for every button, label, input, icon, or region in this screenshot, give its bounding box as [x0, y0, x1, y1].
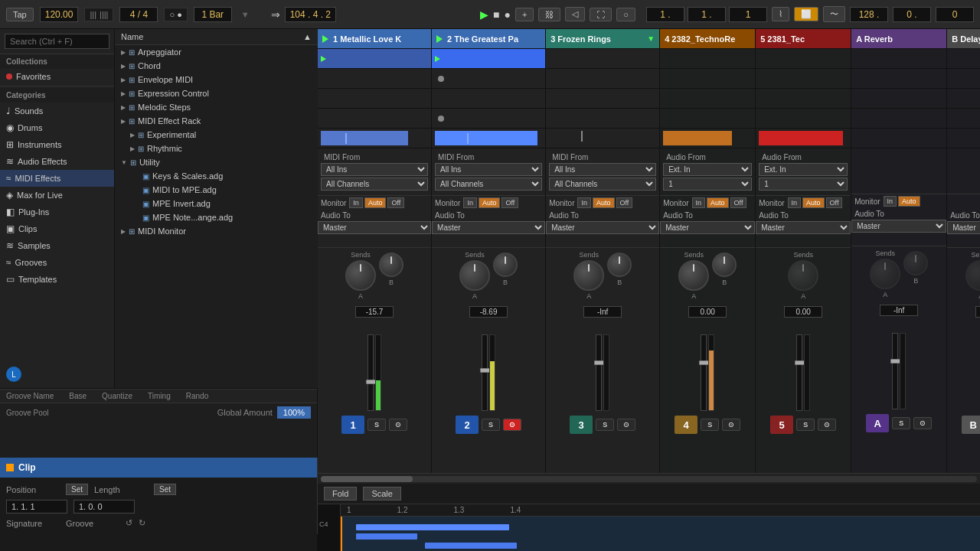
track-5-vol-display[interactable]: 0.00 [784, 306, 822, 318]
midi-to-mpe-item[interactable]: ▣ MIDI to MPE.adg [115, 183, 318, 197]
track-3-fader[interactable] [596, 334, 602, 411]
return-a-clip-2[interactable] [851, 89, 946, 109]
return-a-auto-btn[interactable]: Auto [898, 196, 920, 207]
track-1-channels-select[interactable]: All Channels [321, 178, 428, 191]
return-a-name[interactable]: A Reverb [851, 29, 946, 49]
track-2-clip-bar[interactable] [432, 129, 545, 148]
fold-button[interactable]: Fold [324, 487, 357, 500]
track-1-fader[interactable] [368, 334, 374, 411]
return-a-send-b-knob[interactable] [903, 251, 928, 276]
track-5-name[interactable]: 5 2381_Tec [756, 29, 851, 49]
track-5-audio-from-select[interactable]: Ext. In [759, 163, 848, 176]
track-2-send-a-knob[interactable] [459, 260, 490, 291]
return-a-fader[interactable] [892, 333, 898, 409]
track-4-name[interactable]: 4 2382_TechnoRe [660, 29, 755, 49]
track-3-clip-0[interactable] [546, 49, 659, 69]
tap-button[interactable]: Tap [6, 8, 34, 21]
global-amount-value[interactable]: 100% [277, 406, 311, 419]
record-button[interactable]: ● [504, 8, 510, 21]
track-3-number-btn[interactable]: 3 [570, 416, 593, 434]
track-5-clip-0[interactable] [756, 49, 851, 69]
scroll-thumb[interactable] [321, 476, 413, 482]
sounds-item[interactable]: ♩ Sounds [0, 103, 114, 119]
track-1-vol-display[interactable]: -15.7 [355, 306, 394, 318]
experimental-item[interactable]: ▶ ⊞ Experimental [115, 128, 318, 142]
return-a-vol-display[interactable]: -Inf [880, 305, 918, 316]
track-1-clip-0[interactable] [318, 49, 431, 69]
wave-button[interactable]: 〜 [823, 6, 845, 22]
track-4-vol-display[interactable]: 0.00 [688, 306, 727, 318]
samples-item[interactable]: ≋ Samples [0, 237, 114, 254]
metro-button[interactable]: ○ [616, 8, 635, 21]
plugins-item[interactable]: ◧ Plug-Ins [0, 204, 114, 220]
track-5-channel-select[interactable]: 1 [759, 178, 848, 191]
return-b-clip-2[interactable] [947, 89, 980, 109]
return-b-audio-to-select[interactable]: Master [947, 221, 980, 234]
track-5-audio-to-select[interactable]: Master [756, 221, 851, 234]
expression-control-item[interactable]: ▶ ⊞ Expression Control [115, 86, 318, 100]
track-2-clip-3[interactable] [432, 109, 545, 129]
audio-effects-item[interactable]: ≋ Audio Effects [0, 153, 114, 170]
track-1-in-btn[interactable]: In [349, 197, 363, 208]
track-1-clip-3[interactable] [318, 109, 431, 129]
envelope-midi-item[interactable]: ▶ ⊞ Envelope MIDI [115, 73, 318, 86]
note-area[interactable] [341, 517, 980, 551]
track-5-in-btn[interactable]: In [788, 197, 802, 208]
max-for-live-item[interactable]: ◈ Max for Live [0, 187, 114, 204]
track-4-fader[interactable] [701, 334, 707, 411]
track-5-clip-1[interactable] [756, 69, 851, 89]
link-button[interactable]: ⛓ [538, 8, 560, 21]
track-3-in-btn[interactable]: In [577, 197, 591, 208]
track-3-arm-btn[interactable]: ⊙ [617, 419, 635, 431]
track-2-auto-btn[interactable]: Auto [479, 197, 501, 208]
track-1-name[interactable]: 1 Metallic Love K [318, 29, 431, 49]
track-3-auto-btn[interactable]: Auto [593, 197, 615, 208]
track-3-send-b-knob[interactable] [607, 253, 632, 277]
return-b-send-a-knob[interactable] [965, 260, 980, 291]
track-5-solo-btn[interactable]: S [796, 419, 815, 431]
track-1-midi-from-select[interactable]: All Ins [321, 163, 428, 176]
track-4-clip-1[interactable] [660, 69, 755, 89]
track-5-arm-btn[interactable]: ⊙ [818, 419, 836, 431]
note-block-2[interactable] [356, 533, 417, 540]
search-input[interactable] [5, 34, 109, 49]
track-5-number-btn[interactable]: 5 [770, 416, 793, 434]
track-1-auto-btn[interactable]: Auto [364, 197, 387, 208]
track-2-audio-to-select[interactable]: Master [432, 221, 545, 234]
zoom2-display[interactable]: 0 . [893, 7, 931, 22]
track-2-clip-1[interactable] [432, 69, 545, 89]
track-2-solo-btn[interactable]: S [482, 419, 500, 431]
keys-scales-item[interactable]: ▣ Keys & Scales.adg [115, 169, 318, 183]
return-a-arm-btn[interactable]: ⊙ [913, 417, 932, 429]
track-4-off-btn[interactable]: Off [730, 197, 747, 208]
return-b-vol-display[interactable]: -Inf [975, 306, 980, 318]
warp-button[interactable]: ⬜ [794, 7, 818, 21]
mpe-note-item[interactable]: ▣ MPE Note...ange.adg [115, 210, 318, 224]
track-4-clip-0[interactable] [660, 49, 755, 69]
track-1-number-btn[interactable]: 1 [341, 416, 364, 434]
curve-button[interactable]: ⌇ [772, 7, 789, 21]
track-4-solo-btn[interactable]: S [701, 419, 719, 431]
track-5-clip-3[interactable] [756, 109, 851, 129]
scroll-track[interactable] [321, 476, 977, 482]
track-1-off-btn[interactable]: Off [387, 197, 404, 208]
track-1-clip-bar[interactable] [318, 129, 431, 148]
track-4-send-b-knob[interactable] [712, 253, 737, 277]
stop-button[interactable]: ■ [493, 8, 499, 21]
track-2-name[interactable]: 2 The Greatest Pa [432, 29, 545, 49]
track-4-arm-btn[interactable]: ⊙ [722, 419, 740, 431]
track-4-send-a-knob[interactable] [678, 260, 709, 291]
rhythmic-item[interactable]: ▶ ⊞ Rhythmic [115, 142, 318, 155]
return-a-clip-3[interactable] [851, 109, 946, 129]
clips-item[interactable]: ▣ Clips [0, 220, 114, 237]
pos1-display[interactable]: 1 . [646, 7, 684, 22]
track-3-audio-to-select[interactable]: Master [546, 221, 659, 234]
add-button[interactable]: + [515, 8, 534, 21]
arpeggiator-item[interactable]: ▶ ⊞ Arpeggiator [115, 45, 318, 59]
track-4-audio-to-select[interactable]: Master [660, 221, 755, 234]
scroll-up-btn[interactable]: ▲ [303, 32, 312, 41]
midi-effect-rack-item[interactable]: ▶ ⊞ MIDI Effect Rack [115, 114, 318, 128]
pos2-display[interactable]: 1 . [688, 7, 726, 22]
track-1-send-b-knob[interactable] [379, 253, 403, 277]
return-a-clip-bar[interactable] [851, 129, 946, 148]
